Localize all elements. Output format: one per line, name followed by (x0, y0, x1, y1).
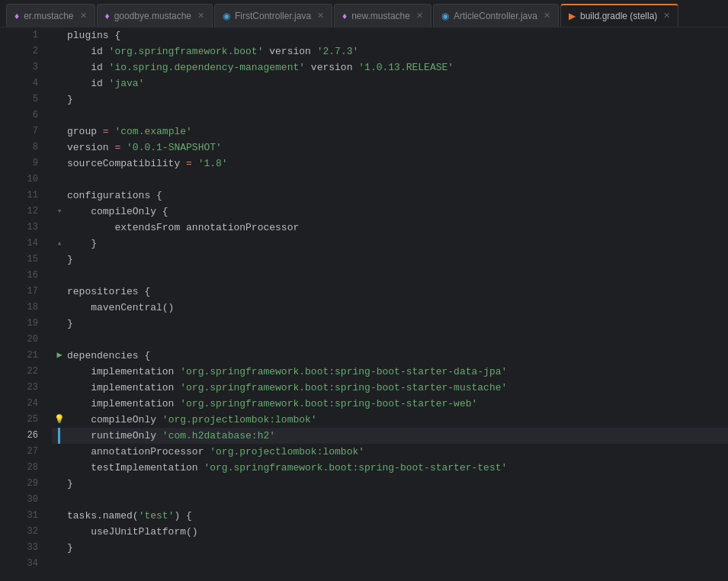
code-line-19: } (52, 316, 728, 332)
tab-er-mustache[interactable]: ♦ er.mustache ✕ (6, 4, 95, 27)
code-line-15: } (52, 252, 728, 268)
line-num-14: 14 (0, 236, 46, 252)
tab-bar: ♦ er.mustache ✕ ♦ goodbye.mustache ✕ ◉ F… (0, 0, 728, 27)
code-line-28: testImplementation 'org.springframework.… (52, 460, 728, 476)
mustache-icon: ♦ (14, 11, 19, 21)
code-line-21: ▶ dependencies { (52, 348, 728, 364)
code-line-18: mavenCentral() (52, 300, 728, 316)
tab-firstcontroller-close[interactable]: ✕ (317, 11, 324, 21)
code-line-10 (52, 172, 728, 188)
line-num-22: 22 (0, 364, 46, 380)
line-num-5: 5 (0, 91, 46, 108)
tab-firstcontroller[interactable]: ◉ FirstController.java ✕ (214, 4, 332, 27)
tab-articlecontroller-label: ArticleController.java (454, 11, 537, 21)
line-num-13: 13 (0, 220, 46, 236)
fold-col-12: ▾ (52, 204, 67, 220)
code-line-30 (52, 492, 728, 508)
tab-er-mustache-close[interactable]: ✕ (80, 11, 87, 21)
fold-col-14: ▴ (52, 236, 67, 252)
code-line-12: ▾ compileOnly { (52, 204, 728, 220)
line-num-33: 33 (0, 540, 46, 556)
editor-window: ♦ er.mustache ✕ ♦ goodbye.mustache ✕ ◉ F… (0, 0, 728, 581)
line-num-9: 9 (0, 156, 46, 172)
code-line-16 (52, 268, 728, 284)
tab-goodbye-mustache-label: goodbye.mustache (114, 11, 191, 21)
tab-new-mustache-label: new.mustache (351, 11, 410, 21)
tab-articlecontroller-close[interactable]: ✕ (544, 11, 550, 21)
line-num-11: 11 (0, 188, 46, 204)
java-icon-2: ◉ (441, 11, 449, 21)
code-line-4: id 'java' (52, 75, 728, 91)
active-line-indicator (58, 428, 60, 444)
line-num-10: 10 (0, 172, 46, 188)
code-line-6 (52, 108, 728, 124)
line-num-3: 3 (0, 59, 46, 75)
line-num-17: 17 (0, 284, 46, 300)
line-num-16: 16 (0, 268, 46, 284)
line-num-20: 20 (0, 332, 46, 348)
line-num-19: 19 (0, 316, 46, 332)
tab-build-gradle-label: build.gradle (stella) (580, 11, 657, 21)
line-num-27: 27 (0, 444, 46, 460)
code-line-26: runtimeOnly 'com.h2database:h2' (52, 428, 728, 444)
tab-goodbye-mustache[interactable]: ♦ goodbye.mustache ✕ (97, 4, 213, 27)
code-line-25: 💡 compileOnly 'org.projectlombok:lombok' (52, 412, 728, 428)
line-num-29: 29 (0, 476, 46, 492)
tab-goodbye-mustache-close[interactable]: ✕ (197, 11, 204, 21)
code-line-27: annotationProcessor 'org.projectlombok:l… (52, 444, 728, 460)
code-line-34 (52, 556, 728, 572)
code-line-29: } (52, 476, 728, 492)
line-num-15: 15 (0, 252, 46, 268)
tab-build-gradle-close[interactable]: ✕ (663, 11, 670, 21)
line-num-25: 25 (0, 412, 46, 428)
line-num-26: 26 (0, 428, 46, 444)
line-num-8: 8 (0, 140, 46, 156)
code-line-33: } (52, 540, 728, 556)
run-arrow-icon[interactable]: ▶ (56, 348, 62, 364)
code-line-17: repositories { (52, 284, 728, 300)
line-num-7: 7 (0, 124, 46, 140)
line-num-34: 34 (0, 556, 46, 572)
line-num-24: 24 (0, 396, 46, 412)
code-line-20 (52, 332, 728, 348)
fold-col-26 (52, 428, 67, 444)
line-num-18: 18 (0, 300, 46, 316)
tab-build-gradle[interactable]: ▶ build.gradle (stella) ✕ (560, 4, 678, 27)
code-line-1: plugins { (52, 27, 728, 43)
fold-col-25: 💡 (52, 412, 67, 428)
gradle-icon: ▶ (569, 11, 576, 21)
java-icon-1: ◉ (223, 11, 230, 21)
line-num-28: 28 (0, 460, 46, 476)
line-num-1: 1 (0, 27, 46, 43)
line-gutter: 1 2 3 4 5 6 7 8 9 10 11 12 13 14 15 16 1… (0, 27, 46, 581)
code-line-23: implementation 'org.springframework.boot… (52, 380, 728, 396)
bulb-icon[interactable]: 💡 (54, 412, 65, 428)
line-num-31: 31 (0, 508, 46, 524)
tab-articlecontroller[interactable]: ◉ ArticleController.java ✕ (433, 4, 559, 27)
code-line-9: sourceCompatibility = '1.8' (52, 156, 728, 172)
tab-new-mustache[interactable]: ♦ new.mustache ✕ (334, 4, 431, 27)
code-line-11: configurations { (52, 188, 728, 204)
line-num-23: 23 (0, 380, 46, 396)
tab-firstcontroller-label: FirstController.java (235, 11, 311, 21)
line-num-21: 21 (0, 348, 46, 364)
code-line-7: group = 'com.example' (52, 124, 728, 140)
mustache-icon-3: ♦ (342, 11, 347, 21)
code-line-5: } (52, 91, 728, 108)
code-line-2: id 'org.springframework.boot' version '2… (52, 43, 728, 59)
line-num-30: 30 (0, 492, 46, 508)
code-line-3: id 'io.spring.dependency-management' ver… (52, 59, 728, 75)
code-editor[interactable]: plugins { id 'org.springframework.boot' … (46, 27, 728, 581)
tab-new-mustache-close[interactable]: ✕ (416, 11, 423, 21)
code-line-32: useJUnitPlatform() (52, 524, 728, 540)
code-line-31: tasks.named('test') { (52, 508, 728, 524)
code-line-22: implementation 'org.springframework.boot… (52, 364, 728, 380)
editor-body: 1 2 3 4 5 6 7 8 9 10 11 12 13 14 15 16 1… (0, 27, 728, 581)
line-num-32: 32 (0, 524, 46, 540)
code-line-14: ▴ } (52, 236, 728, 252)
line-num-4: 4 (0, 75, 46, 91)
line-num-6: 6 (0, 108, 46, 124)
mustache-icon-2: ♦ (105, 11, 110, 21)
line-num-12: 12 (0, 204, 46, 220)
line-num-2: 2 (0, 43, 46, 59)
